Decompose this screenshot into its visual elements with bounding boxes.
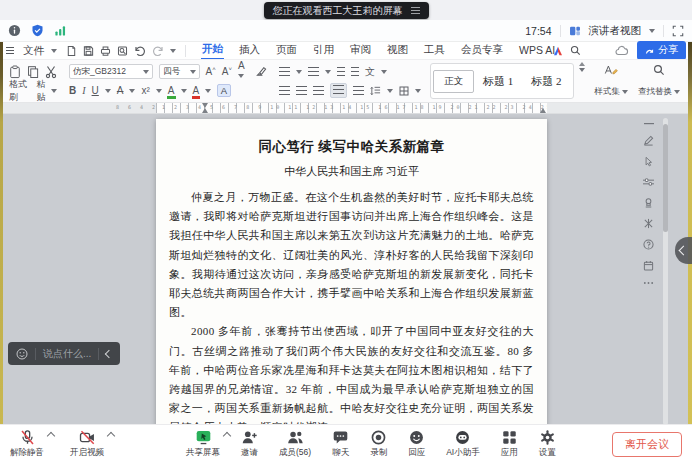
cloud-sync-icon[interactable] xyxy=(615,45,629,56)
chat-quick-bar[interactable]: 说点什么... xyxy=(8,342,120,365)
cut-scissors-icon[interactable] xyxy=(45,65,57,79)
apps-button[interactable]: 应用 xyxy=(501,429,518,459)
reaction-button[interactable]: 回应 xyxy=(408,429,425,459)
print-preview-icon[interactable] xyxy=(117,45,128,57)
file-menu[interactable]: 文件 xyxy=(23,44,44,58)
find-replace-button[interactable]: 查找替换 xyxy=(633,62,685,100)
settings-button[interactable]: 设置 xyxy=(539,429,556,459)
members-button[interactable]: 成员(56) xyxy=(279,429,311,459)
emoji-smiley-icon[interactable] xyxy=(16,348,28,360)
ribbon-tab[interactable]: 会员专享 xyxy=(460,42,504,59)
chat-button[interactable]: 聊天 xyxy=(332,429,349,459)
grow-font-button[interactable]: A˄ xyxy=(206,66,216,77)
save-icon[interactable] xyxy=(83,45,94,57)
camera-options-chevron[interactable] xyxy=(107,432,115,440)
ribbon-tab[interactable]: 页面 xyxy=(275,42,298,59)
copy-icon[interactable] xyxy=(27,65,39,79)
increase-indent-icon[interactable] xyxy=(351,67,359,76)
banner-menu-icon[interactable] xyxy=(411,7,420,14)
ribbon-tab[interactable]: WPS AI xyxy=(518,43,556,58)
decrease-indent-icon[interactable] xyxy=(337,67,345,76)
ribbon-tab[interactable]: 引用 xyxy=(312,42,335,59)
collapse-dash-icon[interactable] xyxy=(644,122,654,125)
shrink-font-button[interactable]: A˅ xyxy=(222,66,232,77)
right-indent-marker[interactable] xyxy=(540,105,546,113)
schedule-calendar-icon[interactable] xyxy=(643,260,654,271)
vertical-scrollbar[interactable] xyxy=(663,118,668,425)
watching-banner[interactable]: 您正在观看西工大王莉的屏幕 xyxy=(264,2,429,19)
align-justify-icon[interactable] xyxy=(330,83,347,98)
record-button[interactable]: 录制 xyxy=(370,429,387,459)
font-size-select[interactable]: 四号 xyxy=(159,64,199,79)
style-gallery-scroll[interactable] xyxy=(576,62,588,100)
ribbon-tab[interactable]: 插入 xyxy=(238,42,261,59)
ribbon-tab[interactable]: 工具 xyxy=(423,42,446,59)
italic-button[interactable]: I xyxy=(82,86,85,96)
clear-format-icon[interactable] xyxy=(256,66,267,77)
mic-options-chevron[interactable] xyxy=(47,432,55,440)
stamp-seal-icon[interactable] xyxy=(643,197,654,208)
undo-icon[interactable] xyxy=(134,45,146,57)
line-spacing-icon[interactable] xyxy=(370,86,381,96)
main-menu-icon[interactable] xyxy=(6,47,14,53)
unmute-button[interactable]: 解除静音 xyxy=(10,429,44,459)
select-cursor-icon[interactable] xyxy=(644,156,654,167)
print-icon[interactable] xyxy=(100,45,111,57)
style-set-button[interactable]: 样式集 xyxy=(590,62,634,100)
adjust-sliders-icon[interactable] xyxy=(643,177,654,187)
ai-assistant-button[interactable]: AI小助手 xyxy=(446,429,480,459)
paste-icon[interactable] xyxy=(9,65,21,79)
document-page[interactable]: 同心笃行 续写中哈关系新篇章 中华人民共和国主席 习近平 仲夏之月，万物正盛。在… xyxy=(156,119,547,425)
text-direction-button[interactable]: 文 xyxy=(365,67,375,77)
new-doc-icon[interactable] xyxy=(66,45,77,57)
share-screen-button[interactable]: 共享屏幕 xyxy=(186,429,220,459)
ribbon-tab[interactable]: 开始 xyxy=(201,41,224,60)
fullscreen-icon[interactable] xyxy=(672,25,684,37)
tools-icon[interactable] xyxy=(643,218,654,229)
borders-icon[interactable] xyxy=(399,86,409,96)
highlight-color-button[interactable]: A xyxy=(168,86,175,96)
text-effects-button[interactable]: A xyxy=(238,61,250,83)
hanging-indent-marker[interactable] xyxy=(202,105,208,113)
underline-button[interactable]: U xyxy=(92,86,99,96)
collapse-chat-icon[interactable] xyxy=(105,349,113,357)
scrollbar-thumb[interactable] xyxy=(663,124,668,232)
document-canvas[interactable]: 同心笃行 续写中哈关系新篇章 中华人民共和国主席 习近平 仲夏之月，万物正盛。在… xyxy=(0,114,692,425)
help-icon[interactable] xyxy=(643,239,654,250)
distribute-icon[interactable] xyxy=(353,86,364,95)
share-options-chevron[interactable] xyxy=(223,432,231,440)
ruler[interactable]: 8 6 4 2 1 2 3 4 5 6 7 8 9 10 11 12 13 14… xyxy=(0,103,692,114)
align-left-icon[interactable] xyxy=(279,86,290,95)
font-color-button[interactable]: A xyxy=(193,86,200,96)
align-right-icon[interactable] xyxy=(313,86,324,95)
paste-dropdown[interactable]: 粘贴 xyxy=(36,78,57,104)
font-name-select[interactable]: 仿宋_GB2312 xyxy=(69,64,153,79)
chevron-down-icon[interactable] xyxy=(649,29,655,36)
redo-icon[interactable] xyxy=(152,45,164,57)
chat-input-placeholder[interactable]: 说点什么... xyxy=(43,347,91,361)
security-shield-icon[interactable] xyxy=(31,24,44,37)
bold-button[interactable]: B xyxy=(69,86,76,96)
ribbon-search-icon[interactable] xyxy=(570,45,581,56)
bullet-list-icon[interactable] xyxy=(279,67,290,76)
superscript-button[interactable]: x² xyxy=(141,86,149,96)
align-center-icon[interactable] xyxy=(296,86,307,95)
invite-button[interactable]: 邀请 xyxy=(241,429,258,459)
leave-meeting-button[interactable]: 离开会议 xyxy=(612,432,682,457)
numbered-list-icon[interactable] xyxy=(308,67,319,76)
style-option[interactable]: 正文 xyxy=(433,70,474,93)
start-video-button[interactable]: 开启视频 xyxy=(70,429,104,459)
ribbon-tab[interactable]: 审阅 xyxy=(349,42,372,59)
format-painter-button[interactable]: 格式刷 xyxy=(9,78,30,104)
share-button[interactable]: 分享 xyxy=(637,41,686,60)
meeting-info-icon[interactable] xyxy=(8,24,21,37)
file-menu-arrow[interactable] xyxy=(51,49,57,56)
style-option[interactable]: 标题 1 xyxy=(474,71,522,92)
annotate-pen-icon[interactable] xyxy=(643,135,654,146)
style-option[interactable]: 标题 2 xyxy=(522,71,570,92)
more-dots-icon[interactable] xyxy=(643,281,654,285)
char-shading-button[interactable]: A xyxy=(217,84,230,97)
ribbon-tab[interactable]: 视图 xyxy=(386,42,409,59)
strikethrough-button[interactable]: A xyxy=(117,86,124,96)
view-mode-selector[interactable]: 演讲者视图 xyxy=(589,24,642,38)
